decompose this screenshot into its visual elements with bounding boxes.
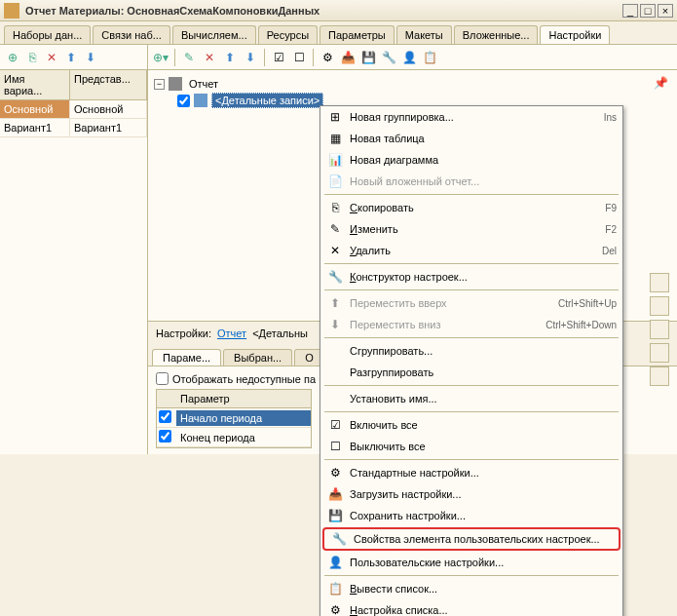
menu-item[interactable]: Установить имя... — [320, 388, 622, 409]
param-row[interactable]: Конец периода — [157, 428, 311, 447]
down-icon[interactable]: ⬇ — [242, 49, 259, 66]
menu-item[interactable]: ⊞Новая группировка...Ins — [320, 106, 622, 128]
report-icon — [169, 77, 182, 91]
menu-item[interactable]: ✎ИзменитьF2 — [320, 218, 622, 240]
side-btn-1[interactable] — [650, 273, 669, 292]
menu-item[interactable]: ☑Включить все — [320, 414, 622, 436]
param-checkbox[interactable] — [159, 410, 171, 423]
minimize-button[interactable]: _ — [622, 4, 638, 18]
tool5-icon[interactable]: 👤 — [400, 49, 418, 66]
menu-item[interactable]: ▦Новая таблица — [320, 128, 622, 149]
tool6-icon[interactable]: 📋 — [421, 49, 438, 66]
menu-item[interactable]: 🔧Конструктор настроек... — [320, 266, 622, 288]
menu-icon: 📄 — [326, 173, 344, 189]
pin-icon[interactable]: 📌 — [654, 76, 669, 92]
tab-4[interactable]: Параметры — [320, 25, 395, 44]
add-icon[interactable]: ⊕ — [4, 49, 21, 66]
menu-separator — [324, 337, 619, 338]
menu-icon: ⬇ — [326, 317, 344, 332]
menu-icon: ⚙ — [326, 465, 344, 481]
menu-item[interactable]: Сгруппировать... — [320, 340, 622, 362]
tab-7[interactable]: Настройки — [540, 25, 610, 44]
menu-icon: 🔧 — [330, 531, 348, 547]
menu-item[interactable]: 🔧Свойства элемента пользовательских наст… — [322, 527, 621, 551]
menu-icon — [326, 343, 344, 359]
edit-icon[interactable]: ✎ — [180, 49, 198, 66]
tab-5[interactable]: Макеты — [396, 25, 452, 44]
tool4-icon[interactable]: 🔧 — [380, 49, 397, 66]
up-icon[interactable]: ⬆ — [62, 49, 80, 66]
tree-child[interactable]: <Детальные записи> — [211, 93, 323, 108]
side-btn-2[interactable] — [650, 296, 669, 316]
expander-icon[interactable]: − — [154, 79, 165, 90]
tab-0[interactable]: Наборы дан... — [4, 25, 91, 44]
maximize-button[interactable]: □ — [640, 4, 656, 18]
bottom-tab-0[interactable]: Параме... — [152, 349, 221, 366]
menu-icon: 📋 — [326, 581, 344, 597]
menu-icon: 📥 — [326, 486, 344, 502]
menu-icon: ☐ — [326, 439, 344, 454]
menu-icon — [326, 391, 344, 406]
menu-icon: ✕ — [326, 243, 344, 258]
settings-link-detail: <Детальны — [252, 327, 308, 339]
menu-icon: ⎘ — [326, 200, 344, 215]
menu-item: 📄Новый вложенный отчет... — [320, 171, 622, 192]
menu-item[interactable]: ☐Выключить все — [320, 436, 622, 457]
tree-checkbox[interactable] — [177, 95, 190, 107]
menu-icon: 🔧 — [326, 269, 344, 285]
menu-icon: 📊 — [326, 152, 344, 168]
variant-row[interactable]: Вариант1Вариант1 — [0, 119, 147, 137]
add-icon[interactable]: ⊕▾ — [152, 49, 169, 66]
param-header[interactable]: Параметр — [180, 393, 230, 404]
menu-item[interactable]: ⚙Стандартные настройки... — [320, 462, 622, 483]
copy-icon[interactable]: ⎘ — [23, 49, 41, 66]
tab-3[interactable]: Ресурсы — [258, 25, 318, 44]
up-icon[interactable]: ⬆ — [221, 49, 239, 66]
settings-link-report[interactable]: Отчет — [217, 327, 246, 339]
menu-icon: ⊞ — [326, 109, 344, 125]
delete-icon[interactable]: ✕ — [43, 49, 60, 66]
param-checkbox[interactable] — [159, 430, 171, 443]
close-button[interactable]: × — [658, 4, 673, 18]
menu-item[interactable]: 👤Пользовательские настройки... — [320, 552, 622, 573]
app-icon — [4, 3, 19, 19]
show-unavailable-checkbox[interactable] — [156, 372, 169, 385]
menu-item[interactable]: 💾Сохранить настройки... — [320, 505, 622, 526]
menu-item[interactable]: 📋Вывести список... — [320, 578, 622, 599]
tool2-icon[interactable]: 📥 — [339, 49, 357, 66]
col-pres[interactable]: Представ... — [70, 70, 147, 99]
menu-icon: ✎ — [326, 221, 344, 237]
side-btn-3[interactable] — [650, 320, 669, 339]
menu-separator — [324, 575, 619, 576]
tab-2[interactable]: Вычисляем... — [172, 25, 256, 44]
param-row[interactable]: Начало периода — [157, 408, 311, 428]
tree-root[interactable]: Отчет — [186, 77, 221, 91]
side-btn-4[interactable] — [650, 343, 669, 363]
tab-6[interactable]: Вложенные... — [454, 25, 539, 44]
menu-icon: ☑ — [326, 417, 344, 433]
window-title: Отчет Материалы: ОсновнаяСхемаКомпоновки… — [25, 5, 622, 17]
bottom-tab-1[interactable]: Выбран... — [223, 349, 292, 366]
uncheck-all-icon[interactable]: ☐ — [290, 49, 308, 66]
menu-icon: ⚙ — [326, 602, 344, 616]
menu-item[interactable]: Разгруппировать — [320, 362, 622, 383]
down-icon[interactable]: ⬇ — [82, 49, 99, 66]
delete-icon[interactable]: ✕ — [201, 49, 218, 66]
menu-icon: ⬆ — [326, 295, 344, 311]
menu-item: ⬆Переместить вверхCtrl+Shift+Up — [320, 292, 622, 314]
variant-row[interactable]: ОсновнойОсновной — [0, 100, 147, 119]
menu-item[interactable]: ⚙Настройка списка... — [320, 599, 622, 616]
menu-item[interactable]: 📊Новая диаграмма — [320, 149, 622, 171]
menu-item[interactable]: ✕УдалитьDel — [320, 240, 622, 261]
menu-icon: 👤 — [326, 555, 344, 570]
tool1-icon[interactable]: ⚙ — [319, 49, 336, 66]
side-btn-5[interactable] — [650, 366, 669, 386]
tool3-icon[interactable]: 💾 — [359, 49, 377, 66]
menu-separator — [324, 385, 619, 386]
show-unavailable-label: Отображать недоступные па — [172, 373, 316, 385]
menu-item[interactable]: ⎘СкопироватьF9 — [320, 197, 622, 218]
tab-1[interactable]: Связи наб... — [93, 25, 170, 44]
col-name[interactable]: Имя вариа... — [0, 70, 70, 99]
menu-item[interactable]: 📥Загрузить настройки... — [320, 483, 622, 505]
check-all-icon[interactable]: ☑ — [270, 49, 287, 66]
